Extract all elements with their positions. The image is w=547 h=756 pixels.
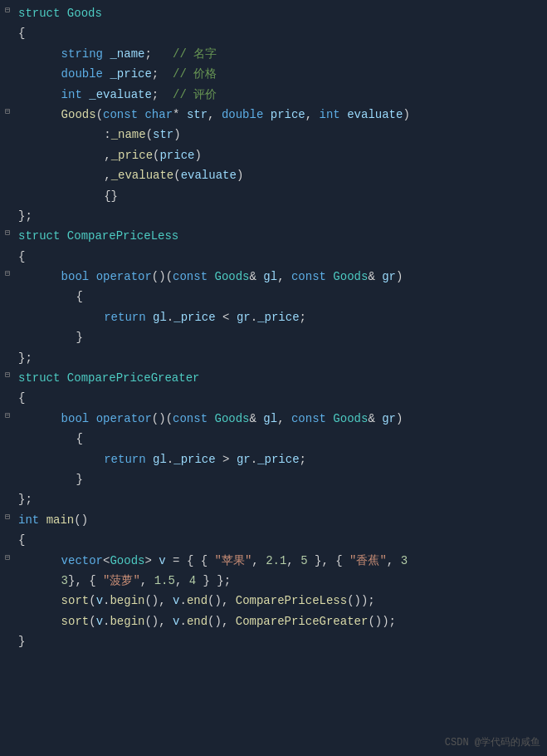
watermark: CSDN @学代码的咸鱼 xyxy=(445,735,540,749)
line-15: { xyxy=(0,287,547,307)
line-16: return gl._price < gr._price; xyxy=(0,307,547,327)
line-30: sort(v.begin(), v.end(), ComparePriceLes… xyxy=(0,591,547,611)
line-24: } xyxy=(0,469,547,489)
line-23: return gl._price > gr._price; xyxy=(0,449,547,469)
line-3: string _name; // 名字 xyxy=(0,44,547,64)
line-8: ,_price(price) xyxy=(0,145,547,165)
fold-icon-1[interactable]: ⊟ xyxy=(0,4,15,17)
line-19: ⊟ struct ComparePriceGreater xyxy=(0,368,547,388)
line-1: ⊟ struct Goods xyxy=(0,3,547,23)
line-20: { xyxy=(0,388,547,408)
line-18: }; xyxy=(0,348,547,368)
line-7: :_name(str) xyxy=(0,125,547,145)
line-27: { xyxy=(0,530,547,550)
line-12: ⊟ struct ComparePriceLess xyxy=(0,226,547,246)
line-21: ⊟ bool operator()(const Goods& gl, const… xyxy=(0,409,547,429)
line-22: { xyxy=(0,429,547,449)
line-26: ⊟ int main() xyxy=(0,510,547,530)
fold-icon-6[interactable]: ⊟ xyxy=(0,106,15,119)
fold-icon-21[interactable]: ⊟ xyxy=(0,410,15,423)
fold-icon-14[interactable]: ⊟ xyxy=(0,268,15,281)
line-5: int _evaluate; // 评价 xyxy=(0,85,547,105)
fold-icon-26[interactable]: ⊟ xyxy=(0,511,15,524)
line-29: 3}, { "菠萝", 1.5, 4 } }; xyxy=(0,571,547,591)
line-25: }; xyxy=(0,489,547,509)
fold-icon-19[interactable]: ⊟ xyxy=(0,369,15,382)
line-31: sort(v.begin(), v.end(), ComparePriceGre… xyxy=(0,611,547,631)
line-32: } xyxy=(0,631,547,651)
line-10: {} xyxy=(0,186,547,206)
code-block: ⊟ struct Goods { string _name; // 名字 dou… xyxy=(0,0,547,655)
line-2: { xyxy=(0,23,547,43)
line-28: ⊟ vector<Goods> v = { { "苹果", 2.1, 5 }, … xyxy=(0,551,547,571)
line-14: ⊟ bool operator()(const Goods& gl, const… xyxy=(0,267,547,287)
fold-icon-12[interactable]: ⊟ xyxy=(0,227,15,240)
fold-icon-28[interactable]: ⊟ xyxy=(0,552,15,565)
line-17: } xyxy=(0,327,547,347)
line-6: ⊟ Goods(const char* str, double price, i… xyxy=(0,105,547,125)
line-13: { xyxy=(0,247,547,267)
line-9: ,_evaluate(evaluate) xyxy=(0,165,547,185)
line-4: double _price; // 价格 xyxy=(0,64,547,84)
line-11: }; xyxy=(0,206,547,226)
